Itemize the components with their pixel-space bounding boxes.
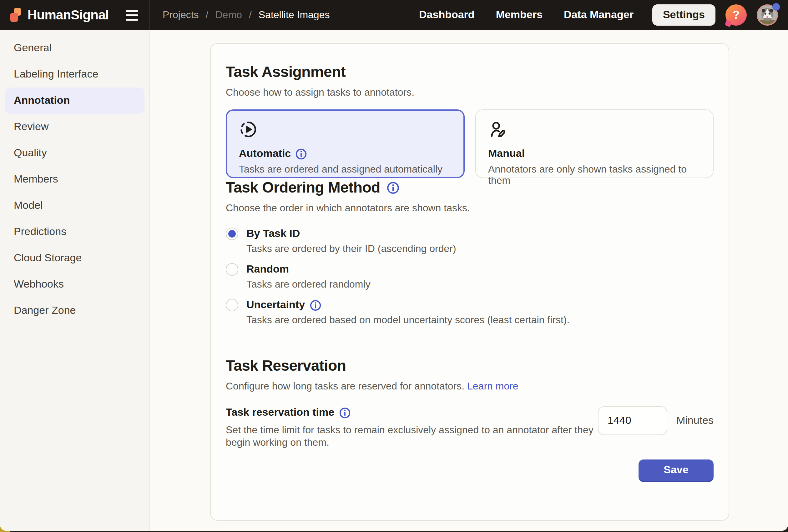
reservation-time-input[interactable]: [598, 406, 668, 435]
top-bar: HumanSignal Projects / Demo / Satellite …: [0, 0, 788, 30]
sidebar-item-labeling-interface[interactable]: Labeling Interface: [5, 61, 144, 87]
breadcrumb: Projects / Demo / Satellite Images: [163, 9, 330, 21]
radio-by-task-id-description: Tasks are ordered by their ID (ascending…: [247, 243, 456, 255]
radio-uncertainty[interactable]: [226, 299, 238, 311]
reservation-time-label: Task reservation time: [226, 406, 593, 419]
task-reservation-title: Task Reservation: [226, 356, 714, 375]
annotation-settings-card: Task Assignment Choose how to assign tas…: [210, 43, 729, 521]
sidebar-item-model[interactable]: Model: [5, 192, 144, 219]
breadcrumb-projects[interactable]: Projects: [163, 9, 199, 21]
sidebar-item-quality[interactable]: Quality: [5, 140, 144, 166]
task-reservation-subtitle: Configure how long tasks are reserved fo…: [226, 380, 714, 393]
task-reservation-subtitle-text: Configure how long tasks are reserved fo…: [226, 381, 465, 391]
main-content: Task Assignment Choose how to assign tas…: [150, 30, 788, 531]
radio-random-label: Random: [247, 263, 371, 276]
radio-option-random: Random Tasks are ordered randomly: [226, 263, 714, 291]
option-automatic-title: Automatic: [239, 147, 451, 160]
option-card-manual[interactable]: Manual Annotators are only shown tasks a…: [475, 109, 714, 178]
sidebar-item-danger-zone[interactable]: Danger Zone: [5, 298, 144, 324]
app-window: HumanSignal Projects / Demo / Satellite …: [0, 0, 788, 531]
sidebar-item-webhooks[interactable]: Webhooks: [5, 271, 144, 298]
hamburger-menu-icon[interactable]: [126, 7, 138, 23]
info-icon[interactable]: [295, 148, 307, 160]
question-mark-icon: ?: [733, 8, 740, 22]
reservation-time-label-text: Task reservation time: [226, 406, 334, 419]
task-ordering-title-text: Task Ordering Method: [226, 178, 380, 197]
nav-data-manager[interactable]: Data Manager: [564, 9, 633, 21]
option-manual-title: Manual: [488, 147, 701, 160]
task-assignment-subtitle: Choose how to assign tasks to annotators…: [226, 86, 714, 99]
nav-dashboard[interactable]: Dashboard: [419, 9, 475, 21]
radio-uncertainty-label-text: Uncertainty: [247, 298, 305, 312]
reservation-time-text: Task reservation time Set the time limit…: [226, 406, 593, 449]
auto-play-icon: [239, 120, 258, 139]
option-card-automatic[interactable]: Automatic Tasks are ordered and assigned…: [226, 109, 465, 178]
learn-more-link[interactable]: Learn more: [467, 381, 518, 391]
settings-button[interactable]: Settings: [652, 4, 715, 26]
humansignal-logo-icon: [8, 7, 23, 23]
reservation-time-input-wrap: Minutes: [598, 406, 714, 449]
breadcrumb-project[interactable]: Demo: [215, 9, 242, 21]
sidebar-item-members[interactable]: Members: [5, 166, 144, 192]
radio-by-task-id-label: By Task ID: [247, 227, 456, 241]
radio-uncertainty-label: Uncertainty: [247, 298, 569, 312]
settings-sidebar: General Labeling Interface Annotation Re…: [0, 30, 150, 531]
radio-random-description: Tasks are ordered randomly: [247, 278, 371, 291]
task-assignment-title-text: Task Assignment: [226, 62, 346, 81]
option-automatic-title-text: Automatic: [239, 147, 291, 160]
radio-uncertainty-description: Tasks are ordered based on model uncerta…: [247, 314, 569, 326]
task-ordering-subtitle: Choose the order in which annotators are…: [226, 202, 714, 214]
humansignal-logo[interactable]: HumanSignal: [8, 7, 109, 23]
info-icon[interactable]: [309, 299, 321, 311]
avatar-status-badge: [772, 3, 780, 11]
radio-by-task-id-label-text: By Task ID: [247, 227, 300, 241]
task-reservation-title-text: Task Reservation: [226, 356, 346, 375]
task-assignment-title: Task Assignment: [226, 62, 714, 81]
breadcrumb-current-page: Satellite Images: [259, 9, 330, 21]
sidebar-item-cloud-storage[interactable]: Cloud Storage: [5, 245, 144, 271]
reservation-time-field-row: Task reservation time Set the time limit…: [226, 406, 714, 449]
option-automatic-description: Tasks are ordered and assigned automatic…: [239, 164, 451, 175]
reservation-time-description: Set the time limit for tasks to remain e…: [226, 424, 593, 449]
sidebar-item-predictions[interactable]: Predictions: [5, 219, 144, 245]
breadcrumb-separator: /: [206, 9, 209, 21]
top-navigation: Dashboard Members Data Manager: [419, 9, 633, 21]
option-manual-title-text: Manual: [488, 147, 525, 160]
user-avatar[interactable]: [757, 4, 778, 26]
sidebar-item-annotation[interactable]: Annotation: [5, 87, 144, 114]
radio-random[interactable]: [226, 263, 238, 276]
stage: HumanSignal Projects / Demo / Satellite …: [0, 0, 788, 532]
radio-option-uncertainty: Uncertainty Tasks are ordered based: [226, 298, 714, 326]
radio-option-by-task-id: By Task ID Tasks are ordered by their ID…: [226, 227, 714, 255]
sidebar-item-review[interactable]: Review: [5, 114, 144, 140]
user-edit-icon: [488, 120, 507, 139]
save-row: Save: [226, 459, 714, 482]
info-icon[interactable]: [339, 407, 351, 418]
reservation-time-unit: Minutes: [676, 406, 714, 435]
save-button[interactable]: Save: [638, 459, 714, 482]
nav-members[interactable]: Members: [496, 9, 543, 21]
topbar-left: HumanSignal: [0, 0, 150, 30]
logo-text: HumanSignal: [27, 7, 109, 22]
breadcrumb-separator: /: [249, 9, 252, 21]
info-icon[interactable]: [387, 181, 400, 194]
sidebar-item-general[interactable]: General: [5, 35, 144, 61]
radio-random-label-text: Random: [247, 263, 289, 276]
radio-by-task-id[interactable]: [226, 228, 238, 240]
assignment-options: Automatic Tasks are ordered and assigned…: [226, 109, 714, 178]
ordering-radio-group: By Task ID Tasks are ordered by their ID…: [226, 227, 714, 326]
help-button[interactable]: ?: [726, 4, 747, 26]
option-manual-description: Annotators are only shown tasks assigned…: [488, 164, 701, 186]
